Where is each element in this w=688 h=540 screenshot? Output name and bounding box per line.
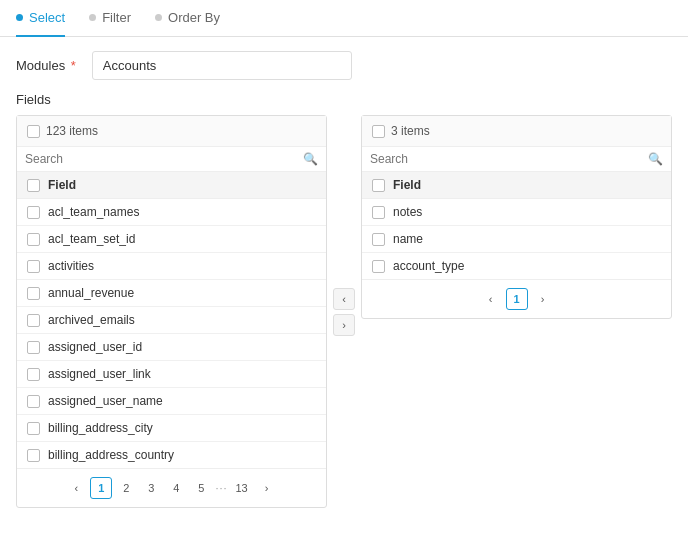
right-panel-header: 3 items: [362, 116, 671, 147]
field-row-checkbox[interactable]: [27, 341, 40, 354]
right-panel-count: 3 items: [391, 124, 430, 138]
field-row-checkbox[interactable]: [27, 422, 40, 435]
right-header-checkbox[interactable]: [372, 179, 385, 192]
right-search-input[interactable]: [370, 152, 644, 166]
field-row-name: acl_team_names: [48, 205, 139, 219]
field-row-name: activities: [48, 259, 94, 273]
list-item: notes: [362, 199, 671, 226]
left-pagination-last[interactable]: 13: [231, 477, 253, 499]
fields-label: Fields: [16, 92, 672, 107]
left-pagination-page-4[interactable]: 4: [165, 477, 187, 499]
required-asterisk: *: [67, 58, 76, 73]
left-field-header: Field: [17, 172, 326, 199]
field-row-name: name: [393, 232, 423, 246]
tab-filter[interactable]: Filter: [89, 0, 131, 37]
left-pagination-next[interactable]: ›: [256, 477, 278, 499]
field-row-checkbox[interactable]: [27, 260, 40, 273]
transfer-right-button[interactable]: ›: [333, 314, 355, 336]
modules-input[interactable]: [92, 51, 352, 80]
modules-row: Modules *: [16, 51, 672, 80]
left-panel-count: 123 items: [46, 124, 98, 138]
left-pagination-dots: ···: [215, 482, 227, 494]
field-row-name: assigned_user_id: [48, 340, 142, 354]
field-row-name: billing_address_city: [48, 421, 153, 435]
transfer-left-button[interactable]: ‹: [333, 288, 355, 310]
list-item: name: [362, 226, 671, 253]
list-item: activities: [17, 253, 326, 280]
list-item: billing_address_city: [17, 415, 326, 442]
tab-dot-filter: [89, 14, 96, 21]
right-panel: 3 items 🔍 Field notes name account_type …: [361, 115, 672, 319]
transfer-buttons: ‹ ›: [327, 288, 361, 336]
content-area: Modules * Fields 123 items 🔍 Field: [0, 37, 688, 522]
field-row-name: annual_revenue: [48, 286, 134, 300]
field-row-name: notes: [393, 205, 422, 219]
tab-select-label: Select: [29, 10, 65, 25]
field-row-name: billing_address_country: [48, 448, 174, 462]
tab-dot-select: [16, 14, 23, 21]
right-search-box: 🔍: [362, 147, 671, 172]
list-item: account_type: [362, 253, 671, 279]
tab-select[interactable]: Select: [16, 0, 65, 37]
left-search-box: 🔍: [17, 147, 326, 172]
tab-bar: Select Filter Order By: [0, 0, 688, 37]
field-row-name: assigned_user_name: [48, 394, 163, 408]
modules-label: Modules *: [16, 58, 76, 73]
left-search-input[interactable]: [25, 152, 299, 166]
left-search-icon: 🔍: [303, 152, 318, 166]
list-item: acl_team_names: [17, 199, 326, 226]
right-search-icon: 🔍: [648, 152, 663, 166]
tab-order-by-label: Order By: [168, 10, 220, 25]
panels: 123 items 🔍 Field acl_team_names acl_tea…: [16, 115, 672, 508]
field-row-checkbox[interactable]: [27, 206, 40, 219]
left-pagination: ‹12345···13›: [17, 468, 326, 507]
field-row-checkbox[interactable]: [372, 260, 385, 273]
field-row-checkbox[interactable]: [372, 206, 385, 219]
field-row-checkbox[interactable]: [27, 314, 40, 327]
field-row-checkbox[interactable]: [27, 395, 40, 408]
field-row-name: assigned_user_link: [48, 367, 151, 381]
left-pagination-page-3[interactable]: 3: [140, 477, 162, 499]
field-row-name: acl_team_set_id: [48, 232, 135, 246]
left-pagination-page-1[interactable]: 1: [90, 477, 112, 499]
right-pagination-next[interactable]: ›: [532, 288, 554, 310]
field-row-checkbox[interactable]: [27, 368, 40, 381]
field-row-checkbox[interactable]: [27, 233, 40, 246]
right-panel-select-all-checkbox[interactable]: [372, 125, 385, 138]
right-pagination: ‹1›: [362, 279, 671, 318]
right-field-list: notes name account_type: [362, 199, 671, 279]
right-field-header-label: Field: [393, 178, 421, 192]
left-panel-select-all-checkbox[interactable]: [27, 125, 40, 138]
field-row-checkbox[interactable]: [27, 449, 40, 462]
left-pagination-page-2[interactable]: 2: [115, 477, 137, 499]
list-item: acl_team_set_id: [17, 226, 326, 253]
tab-filter-label: Filter: [102, 10, 131, 25]
right-pagination-page-1[interactable]: 1: [506, 288, 528, 310]
left-panel-header: 123 items: [17, 116, 326, 147]
list-item: billing_address_country: [17, 442, 326, 468]
left-pagination-prev[interactable]: ‹: [65, 477, 87, 499]
field-row-checkbox[interactable]: [372, 233, 385, 246]
right-pagination-prev[interactable]: ‹: [480, 288, 502, 310]
left-panel: 123 items 🔍 Field acl_team_names acl_tea…: [16, 115, 327, 508]
field-row-name: archived_emails: [48, 313, 135, 327]
field-row-name: account_type: [393, 259, 464, 273]
tab-dot-order-by: [155, 14, 162, 21]
list-item: archived_emails: [17, 307, 326, 334]
left-field-header-label: Field: [48, 178, 76, 192]
right-field-header: Field: [362, 172, 671, 199]
left-field-list: acl_team_names acl_team_set_id activitie…: [17, 199, 326, 468]
list-item: annual_revenue: [17, 280, 326, 307]
left-header-checkbox[interactable]: [27, 179, 40, 192]
list-item: assigned_user_id: [17, 334, 326, 361]
tab-order-by[interactable]: Order By: [155, 0, 220, 37]
left-pagination-page-5[interactable]: 5: [190, 477, 212, 499]
list-item: assigned_user_link: [17, 361, 326, 388]
field-row-checkbox[interactable]: [27, 287, 40, 300]
list-item: assigned_user_name: [17, 388, 326, 415]
